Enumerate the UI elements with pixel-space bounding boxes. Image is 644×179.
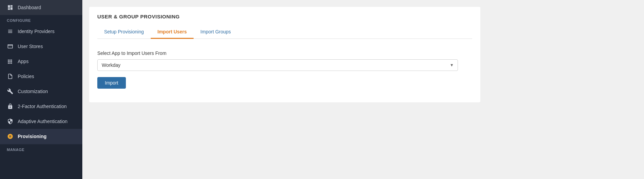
sidebar-item-policies[interactable]: Policies xyxy=(0,69,82,84)
app-select[interactable]: Workday xyxy=(97,59,458,71)
sidebar-section-manage: Manage xyxy=(0,144,82,153)
page-card: USER & GROUP PROVISIONING Setup Provisio… xyxy=(89,7,480,102)
sidebar-item-identity-providers[interactable]: Identity Providers xyxy=(0,24,82,39)
import-users-form: Select App to Import Users From Workday … xyxy=(97,47,472,92)
sidebar-item-label: Policies xyxy=(18,74,34,79)
sidebar-item-label: Identity Providers xyxy=(18,29,54,34)
sidebar-item-adaptive-auth[interactable]: Adaptive Authentication xyxy=(0,114,82,129)
policies-icon xyxy=(7,73,14,80)
apps-icon xyxy=(7,58,14,65)
user-stores-icon xyxy=(7,43,14,50)
identity-providers-icon xyxy=(7,28,14,35)
dashboard-icon xyxy=(7,4,14,11)
select-app-label: Select App to Import Users From xyxy=(97,50,472,56)
sidebar-section-configure: Configure xyxy=(0,15,82,24)
main-content: USER & GROUP PROVISIONING Setup Provisio… xyxy=(82,0,644,179)
sidebar-item-provisioning[interactable]: Provisioning xyxy=(0,129,82,144)
sidebar-item-user-stores[interactable]: User Stores xyxy=(0,39,82,54)
sidebar-item-label: Apps xyxy=(18,59,29,64)
tab-import-groups[interactable]: Import Groups xyxy=(194,26,237,39)
provisioning-icon xyxy=(7,133,14,140)
sidebar-item-apps[interactable]: Apps xyxy=(0,54,82,69)
sidebar-item-label: 2-Factor Authentication xyxy=(18,104,67,109)
app-select-wrapper: Workday ▼ xyxy=(97,59,458,71)
sidebar-item-label: Dashboard xyxy=(18,5,41,10)
sidebar-item-label: Customization xyxy=(18,89,48,94)
tab-setup-provisioning[interactable]: Setup Provisioning xyxy=(97,26,151,39)
sidebar-item-label: Adaptive Authentication xyxy=(18,119,67,124)
sidebar-item-label: User Stores xyxy=(18,44,43,49)
sidebar-item-2fa[interactable]: 2-Factor Authentication xyxy=(0,99,82,114)
sidebar-item-customization[interactable]: Customization xyxy=(0,84,82,99)
2fa-icon xyxy=(7,103,14,110)
import-button[interactable]: Import xyxy=(97,77,126,89)
tab-import-users[interactable]: Import Users xyxy=(151,26,194,39)
sidebar: Dashboard Configure Identity Providers U… xyxy=(0,0,82,179)
tabs-container: Setup Provisioning Import Users Import G… xyxy=(97,26,472,39)
customization-icon xyxy=(7,88,14,95)
page-title: USER & GROUP PROVISIONING xyxy=(97,14,472,19)
sidebar-item-dashboard[interactable]: Dashboard xyxy=(0,0,82,15)
sidebar-item-label: Provisioning xyxy=(18,134,47,139)
adaptive-auth-icon xyxy=(7,118,14,125)
